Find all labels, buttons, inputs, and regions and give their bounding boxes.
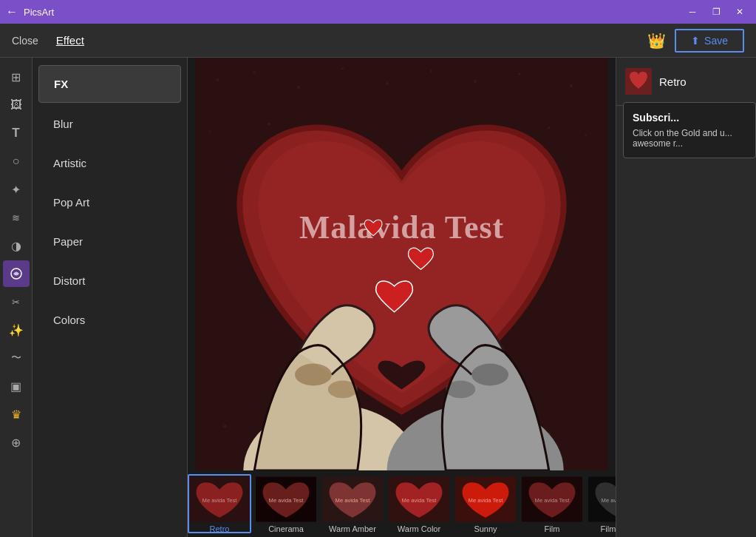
sidebar-icon-brush[interactable]: ≋ — [3, 204, 30, 231]
filter-thumb-retro[interactable]: Me avida Test Retro — [188, 474, 251, 533]
svg-point-3 — [253, 71, 256, 73]
sidebar-icon-crown[interactable]: ♛ — [3, 401, 30, 428]
icon-sidebar: ⊞ 🖼 T ○ ✦ ≋ ◑ ✂ ✨ 〜 ▣ ♛ ⊕ — [0, 58, 33, 537]
effect-label[interactable]: Effect — [56, 34, 84, 47]
svg-point-6 — [386, 82, 389, 85]
filter-thumb-warm-amber[interactable]: Me avida Test Warm Amber — [321, 474, 384, 533]
sidebar-icon-tools[interactable]: ✂ — [3, 288, 30, 315]
svg-text:Me avida Test: Me avida Test — [402, 497, 437, 504]
svg-text:Me avida Test: Me avida Test — [269, 497, 304, 504]
sidebar-icon-shape[interactable]: ○ — [3, 148, 30, 175]
svg-text:Me avida Test: Me avida Test — [202, 497, 238, 504]
svg-point-15 — [585, 134, 587, 136]
effect-item-distort[interactable]: Distort — [38, 263, 181, 299]
filter-label-film: Film — [522, 524, 582, 533]
sidebar-icon-layer[interactable]: ▣ — [3, 373, 30, 399]
effect-item-paper[interactable]: Paper — [38, 223, 181, 260]
svg-text:Malavida Test: Malavida Test — [299, 209, 504, 245]
svg-point-7 — [430, 70, 432, 72]
close-label[interactable]: Close — [12, 35, 38, 47]
filter-label-warm-color: Warm Color — [389, 524, 449, 533]
svg-point-16 — [223, 425, 226, 428]
subscribe-popup: Subscri... Click on the Gold and u... aw… — [623, 102, 756, 158]
top-toolbar: Close Effect 👑 ⬆ Save — [0, 24, 756, 58]
sidebar-icon-grid[interactable]: ⊞ — [3, 64, 30, 90]
svg-point-24 — [471, 364, 508, 386]
filter-thumb-warm-color[interactable]: Me avida Test Warm Color — [387, 474, 451, 533]
svg-text:Me avida Test: Me avida Test — [469, 497, 504, 504]
main-content: ⊞ 🖼 T ○ ✦ ≋ ◑ ✂ ✨ 〜 ▣ ♛ ⊕ FX Blur Artist… — [0, 58, 756, 537]
back-icon[interactable]: ← — [6, 5, 18, 18]
titlebar: ← PicsArt ─ ❐ ✕ — [0, 0, 756, 24]
svg-text:Me avida Test: Me avida Test — [535, 497, 571, 504]
effect-item-blur[interactable]: Blur — [38, 106, 181, 142]
toolbar-left: Close Effect — [12, 34, 84, 47]
svg-point-14 — [548, 126, 551, 129]
effect-item-colors[interactable]: Colors — [38, 302, 181, 338]
svg-point-5 — [341, 67, 344, 70]
sidebar-icon-effect[interactable] — [3, 260, 30, 287]
maximize-button[interactable]: ❐ — [706, 4, 726, 20]
filter-thumb-film[interactable]: Me avida Test Film — [520, 474, 584, 533]
titlebar-controls: ─ ❐ ✕ — [682, 4, 750, 20]
svg-text:Me avida Test: Me avida Test — [602, 497, 616, 504]
crown-icon: 👑 — [647, 32, 666, 50]
svg-point-12 — [268, 123, 270, 126]
svg-point-8 — [474, 80, 477, 83]
sidebar-icon-photo[interactable]: 🖼 — [3, 92, 30, 118]
svg-point-11 — [209, 130, 211, 132]
canvas-area: Malavida Test — [188, 58, 616, 537]
retro-avatar — [625, 68, 652, 95]
retro-label: Retro — [659, 75, 687, 88]
effect-panel: FX Blur Artistic Pop Art Paper Distort C… — [33, 58, 188, 537]
toolbar-right: 👑 ⬆ Save — [647, 29, 744, 53]
share-icon: ⬆ — [691, 35, 700, 47]
filter-label-warm-amber: Warm Amber — [322, 524, 383, 533]
subscribe-body: Click on the Gold and u... awesome r... — [633, 128, 746, 149]
window-close-button[interactable]: ✕ — [729, 4, 750, 20]
main-artwork: Malavida Test — [188, 58, 616, 470]
right-panel: Retro ⚙ Settings... Subscri... Click on … — [616, 58, 756, 537]
effect-item-pop-art[interactable]: Pop Art — [38, 184, 181, 220]
filter-thumb-cinerama[interactable]: Me avida Test Cinerama — [254, 474, 318, 533]
effect-item-fx[interactable]: FX — [38, 65, 181, 103]
sidebar-icon-location[interactable]: ⊕ — [3, 429, 30, 456]
filter-label-sunny: Sunny — [455, 524, 516, 533]
filter-label-cinerama: Cinerama — [256, 524, 316, 533]
app-title: PicsArt — [24, 7, 54, 18]
svg-point-4 — [297, 86, 300, 89]
svg-point-9 — [518, 72, 520, 75]
filter-thumb-sunny[interactable]: Me avida Test Sunny — [454, 474, 517, 533]
sidebar-icon-sticker[interactable]: ✦ — [3, 176, 30, 203]
titlebar-left: ← PicsArt — [6, 5, 54, 18]
sidebar-icon-adjust[interactable]: ◑ — [3, 232, 30, 259]
svg-point-21 — [295, 364, 332, 386]
sidebar-icon-text[interactable]: T — [3, 120, 30, 146]
filter-label-film-bw: Film B&W — [588, 524, 616, 533]
svg-point-2 — [216, 78, 219, 81]
minimize-button[interactable]: ─ — [682, 4, 703, 20]
filter-strip: Me avida Test Retro Me avida Test Cinera… — [188, 470, 616, 537]
sidebar-icon-draw[interactable]: 〜 — [3, 345, 30, 371]
subscribe-title: Subscri... — [633, 112, 746, 124]
canvas-image: Malavida Test — [188, 58, 616, 470]
filter-thumb-film-bw[interactable]: Me avida Test Film B&W — [587, 474, 616, 533]
svg-point-10 — [570, 84, 573, 87]
save-button[interactable]: ⬆ Save — [675, 29, 744, 53]
svg-text:Me avida Test: Me avida Test — [336, 497, 371, 504]
filter-label-retro: Retro — [189, 524, 250, 533]
effect-item-artistic[interactable]: Artistic — [38, 145, 181, 181]
sidebar-icon-magic[interactable]: ✨ — [3, 317, 30, 343]
retro-header[interactable]: Retro — [616, 58, 756, 106]
save-label: Save — [704, 35, 728, 47]
